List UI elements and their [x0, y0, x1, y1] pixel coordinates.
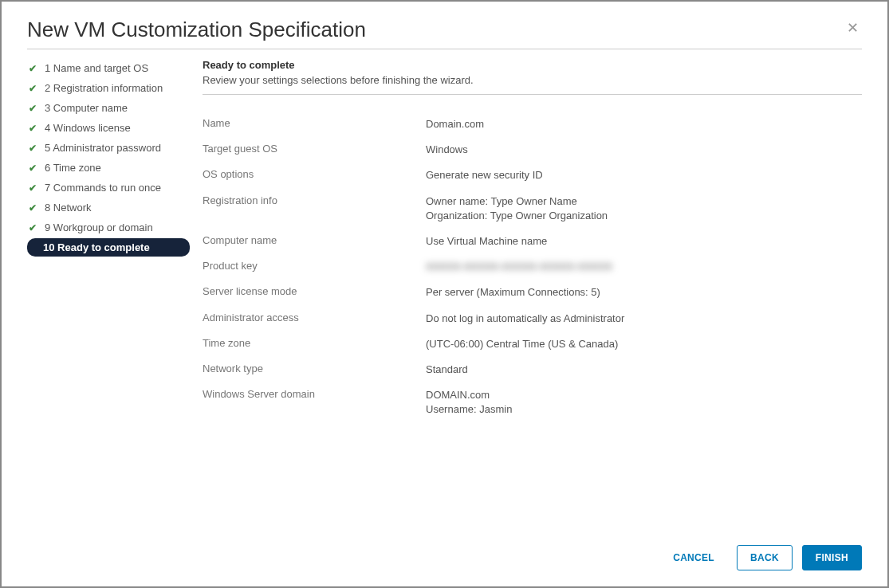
step-label: 4 Windows license — [45, 122, 131, 134]
summary-value: Standard — [426, 363, 862, 377]
step-windows-license[interactable]: ✔ 4 Windows license — [27, 119, 190, 137]
check-icon: ✔ — [29, 123, 41, 134]
summary-label: Target guest OS — [203, 143, 426, 157]
summary-row-registration: Registration info Owner name: Type Owner… — [203, 194, 862, 223]
step-label: 8 Network — [45, 202, 92, 214]
dialog-body: ✔ 1 Name and target OS ✔ 2 Registration … — [27, 59, 862, 532]
check-icon: ✔ — [29, 222, 41, 233]
wizard-dialog: New VM Customization Specification ✕ ✔ 1… — [0, 0, 889, 588]
summary-row-computer-name: Computer name Use Virtual Machine name — [203, 234, 862, 249]
summary-label: Server license mode — [203, 285, 426, 300]
step-label: 3 Computer name — [45, 102, 128, 114]
close-icon[interactable]: ✕ — [844, 18, 862, 38]
summary-label: Computer name — [203, 234, 426, 249]
summary-row-admin-access: Administrator access Do not log in autom… — [203, 312, 862, 326]
finish-button[interactable]: FINISH — [802, 545, 862, 570]
check-icon: ✔ — [29, 202, 41, 214]
step-time-zone[interactable]: ✔ 6 Time zone — [27, 159, 190, 177]
summary-value: Owner name: Type Owner Name Organization… — [426, 194, 862, 223]
summary-label: Administrator access — [203, 312, 426, 326]
summary-label: Product key — [203, 260, 426, 274]
step-computer-name[interactable]: ✔ 3 Computer name — [27, 99, 190, 117]
check-icon: ✔ — [29, 63, 41, 74]
check-icon: ✔ — [29, 103, 41, 114]
check-icon: ✔ — [29, 182, 41, 194]
check-icon: ✔ — [29, 143, 41, 154]
step-name-target-os[interactable]: ✔ 1 Name and target OS — [27, 59, 190, 77]
summary-value: Generate new security ID — [426, 168, 862, 182]
summary-value-redacted: XXXXX-XXXXX-XXXXX-XXXXX-XXXXX — [426, 260, 862, 274]
step-label: 10 Ready to complete — [43, 241, 150, 253]
summary-row-time-zone: Time zone (UTC-06:00) Central Time (US &… — [203, 337, 862, 351]
summary-label: Name — [203, 117, 426, 131]
summary-row-domain: Windows Server domain DOMAIN.com Usernam… — [203, 388, 862, 417]
step-label: 2 Registration information — [45, 82, 163, 94]
step-ready-to-complete[interactable]: ✔ 10 Ready to complete — [27, 238, 190, 257]
dialog-title: New VM Customization Specification — [27, 18, 366, 42]
summary-value: Use Virtual Machine name — [426, 234, 862, 249]
wizard-steps-sidebar: ✔ 1 Name and target OS ✔ 2 Registration … — [27, 59, 195, 532]
back-button[interactable]: BACK — [737, 545, 793, 570]
content-subtitle: Review your settings selections before f… — [203, 74, 862, 86]
summary-table: Name Domain.com Target guest OS Windows … — [203, 117, 862, 417]
summary-label: Time zone — [203, 337, 426, 351]
dialog-header: New VM Customization Specification ✕ — [27, 18, 862, 49]
check-icon: ✔ — [29, 163, 41, 174]
summary-label: Windows Server domain — [203, 388, 426, 417]
summary-label: Registration info — [203, 194, 426, 223]
summary-value: DOMAIN.com Username: Jasmin — [426, 388, 862, 417]
summary-row-name: Name Domain.com — [203, 117, 862, 131]
step-run-once[interactable]: ✔ 7 Commands to run once — [27, 178, 190, 197]
wizard-content: Ready to complete Review your settings s… — [195, 59, 862, 532]
summary-label: Network type — [203, 363, 426, 377]
summary-value: Do not log in automatically as Administr… — [426, 312, 862, 326]
summary-row-network-type: Network type Standard — [203, 363, 862, 377]
step-label: 7 Commands to run once — [45, 182, 161, 194]
summary-row-os: Target guest OS Windows — [203, 143, 862, 157]
step-admin-password[interactable]: ✔ 5 Administrator password — [27, 139, 190, 157]
step-label: 9 Workgroup or domain — [45, 221, 153, 233]
content-title: Ready to complete — [203, 59, 862, 71]
step-label: 6 Time zone — [45, 162, 101, 174]
summary-value: Per server (Maximum Connections: 5) — [426, 285, 862, 300]
summary-row-os-options: OS options Generate new security ID — [203, 168, 862, 182]
cancel-button[interactable]: CANCEL — [660, 546, 727, 570]
step-workgroup-domain[interactable]: ✔ 9 Workgroup or domain — [27, 218, 190, 237]
content-header: Ready to complete Review your settings s… — [203, 59, 862, 95]
dialog-footer: CANCEL BACK FINISH — [27, 532, 862, 570]
summary-value: Windows — [426, 143, 862, 157]
summary-value: (UTC-06:00) Central Time (US & Canada) — [426, 337, 862, 351]
step-network[interactable]: ✔ 8 Network — [27, 198, 190, 217]
check-icon: ✔ — [29, 83, 41, 94]
step-label: 5 Administrator password — [45, 142, 161, 154]
step-label: 1 Name and target OS — [45, 62, 148, 74]
step-registration-info[interactable]: ✔ 2 Registration information — [27, 79, 190, 97]
summary-row-license-mode: Server license mode Per server (Maximum … — [203, 285, 862, 300]
summary-value: Domain.com — [426, 117, 862, 131]
summary-label: OS options — [203, 168, 426, 182]
summary-row-product-key: Product key XXXXX-XXXXX-XXXXX-XXXXX-XXXX… — [203, 260, 862, 274]
